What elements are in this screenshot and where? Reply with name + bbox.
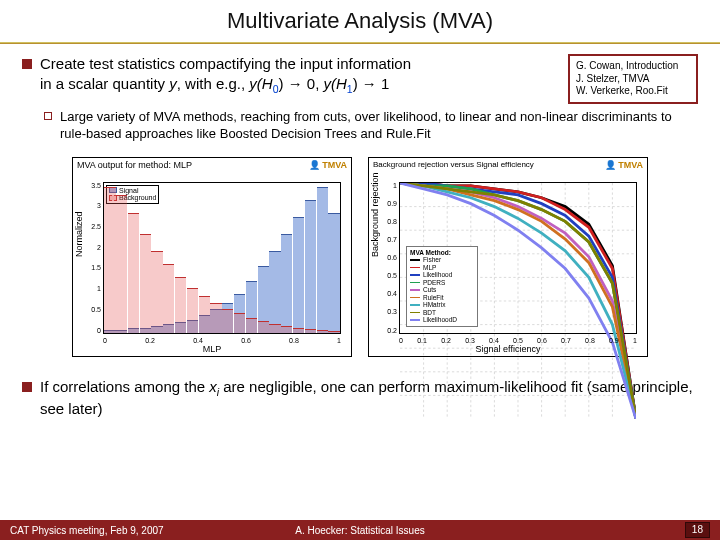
tmva-logo-icon: 👤 TMVA (309, 160, 347, 170)
chart1-plot-area: Signal Background (103, 182, 341, 334)
chart-roc: Background rejection versus Signal effic… (368, 157, 648, 357)
bullet-open-square-icon (44, 112, 52, 120)
reference-box: G. Cowan, Introduction J. Stelzer, TMVA … (568, 54, 698, 104)
footer-right: 18 (477, 522, 710, 538)
bullet-1: Create test statistics compactifying the… (22, 54, 558, 96)
footer-center: A. Hoecker: Statistical Issues (243, 525, 476, 536)
bullet-square-icon (22, 382, 32, 392)
chart1-xlabel: MLP (203, 344, 222, 354)
chart1-xticks: 00.20.40.60.81 (103, 337, 341, 344)
bullet-2: Large variety of MVA methods, reaching f… (44, 108, 698, 143)
chart2-yticks: 0.20.30.40.50.60.70.80.91 (375, 182, 397, 334)
chart2-title: Background rejection versus Signal effic… (373, 160, 534, 170)
bullet-1-text: Create test statistics compactifying the… (40, 54, 558, 96)
chart-mlp-output: MVA output for method: MLP 👤 TMVA Normal… (72, 157, 352, 357)
footer-bar: CAT Physics meeting, Feb 9, 2007 A. Hoec… (0, 520, 720, 540)
footer-left: CAT Physics meeting, Feb 9, 2007 (10, 525, 243, 536)
chart2-xticks: 00.10.20.30.40.50.60.70.80.91 (399, 337, 637, 344)
chart1-yticks: 00.511.522.533.5 (79, 182, 101, 334)
bullet-2-text: Large variety of MVA methods, reaching f… (60, 108, 698, 143)
page-number: 18 (685, 522, 710, 538)
chart1-title: MVA output for method: MLP (77, 160, 192, 170)
bullet-square-icon (22, 59, 32, 69)
slide-title: Multivariate Analysis (MVA) (0, 8, 720, 34)
chart1-background-bars (104, 183, 340, 333)
chart2-xlabel: Signal efficiency (476, 344, 541, 354)
chart2-legend: MVA Method: FisherMLPLikelihoodPDERSCuts… (406, 246, 478, 327)
chart2-plot-area: MVA Method: FisherMLPLikelihoodPDERSCuts… (399, 182, 637, 334)
tmva-logo-icon: 👤 TMVA (605, 160, 643, 170)
